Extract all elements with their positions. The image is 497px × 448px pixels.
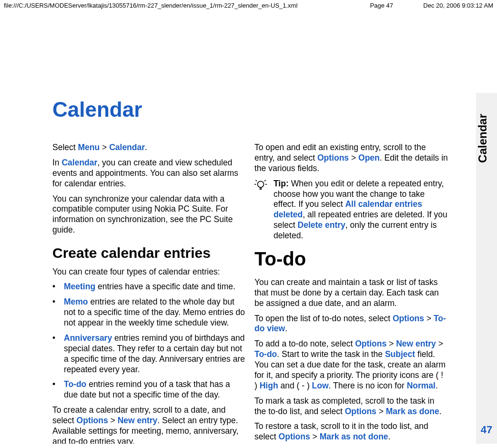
paragraph: In Calendar, you can create and view sch… [52, 158, 246, 189]
term-anniversary: Anniversary [64, 333, 112, 343]
paragraph: You can create and maintain a task or li… [254, 277, 448, 309]
bullet-icon: • [52, 379, 64, 400]
term-subject: Subject [385, 349, 415, 359]
svg-line-5 [255, 180, 256, 181]
svg-line-6 [264, 180, 265, 181]
svg-point-0 [258, 181, 264, 187]
document-page: Calendar 47 Calendar Select Menu > Calen… [0, 12, 497, 444]
paragraph: You can create four types of calendar en… [52, 267, 246, 277]
menu-path-options: Options [345, 407, 376, 416]
menu-path-todo: To-do [254, 349, 277, 359]
list-item: •To-do entries remind you of a task that… [52, 379, 246, 400]
menu-path-calendar: Calendar [109, 143, 145, 152]
section-heading-create: Create calendar entries [52, 244, 246, 262]
list-item: •Memo entries are related to the whole d… [52, 297, 246, 328]
paragraph: To open and edit an existing entry, scro… [254, 143, 448, 174]
list-item: •Anniversary entries remind you of birth… [52, 333, 246, 375]
term-meeting: Meeting [64, 282, 95, 291]
menu-path-options: Options [77, 416, 108, 425]
menu-path-mark-not-done: Mark as not done [320, 432, 388, 441]
list-item: •Meeting entries have a specific date an… [52, 282, 246, 292]
page-indicator: Page 47 [350, 2, 393, 9]
menu-path-new-entry: New entry [396, 339, 436, 348]
tip-text: Tip: When you edit or delete a repeated … [274, 179, 448, 241]
content-area: Calendar Select Menu > Calendar. In Cale… [52, 98, 448, 444]
column-right: To open and edit an existing entry, scro… [254, 141, 448, 444]
term-normal: Normal [407, 381, 436, 390]
bullet-icon: • [52, 282, 64, 292]
paragraph: You can synchronize your calendar data w… [52, 194, 246, 236]
tip-label: Tip: [274, 179, 291, 188]
tip-block: Tip: When you edit or delete a repeated … [254, 179, 448, 241]
thumb-index-tab: Calendar 47 [476, 93, 497, 444]
menu-path-options: Options [317, 153, 349, 163]
menu-path-new-entry: New entry [118, 416, 158, 425]
timestamp: Dec 20, 2006 9:03:12 AM [393, 2, 493, 9]
term-delete-entry: Delete entry [298, 220, 345, 230]
paragraph: Select Menu > Calendar. [52, 143, 246, 153]
paragraph: To open the list of to-do notes, select … [254, 314, 448, 335]
menu-path-options: Options [393, 314, 424, 323]
bullet-icon: • [52, 297, 64, 328]
menu-path-options: Options [355, 339, 386, 348]
term-todo: To-do [64, 379, 86, 389]
section-heading-todo: To-do [254, 247, 448, 271]
term-calendar: Calendar [61, 158, 97, 167]
page-title: Calendar [52, 98, 448, 122]
bullet-icon: • [52, 333, 64, 375]
term-high: High [260, 381, 278, 390]
paragraph: To restore a task, scroll to it in the t… [254, 421, 448, 442]
paragraph: To mark a task as completed, scroll to t… [254, 396, 448, 417]
menu-path-options: Options [279, 432, 310, 441]
term-low: Low [312, 381, 329, 390]
menu-path-open: Open [358, 153, 380, 163]
two-column-layout: Select Menu > Calendar. In Calendar, you… [52, 141, 448, 444]
tab-label: Calendar [476, 114, 497, 163]
pdf-header: file:///C:/USERS/MODEServer/lkatajis/130… [0, 0, 497, 12]
paragraph: To create a calendar entry, scroll to a … [52, 405, 246, 444]
lightbulb-icon [254, 180, 267, 192]
paragraph: To add a to-do note, select Options > Ne… [254, 339, 448, 391]
menu-path-mark-done: Mark as done [386, 407, 439, 416]
menu-path-menu: Menu [78, 143, 100, 152]
entry-types-list: •Meeting entries have a specific date an… [52, 282, 246, 400]
page-number: 47 [476, 424, 497, 436]
column-left: Select Menu > Calendar. In Calendar, you… [52, 141, 246, 444]
term-memo: Memo [64, 297, 88, 306]
tip-icon [254, 179, 274, 241]
file-path: file:///C:/USERS/MODEServer/lkatajis/130… [4, 2, 350, 9]
